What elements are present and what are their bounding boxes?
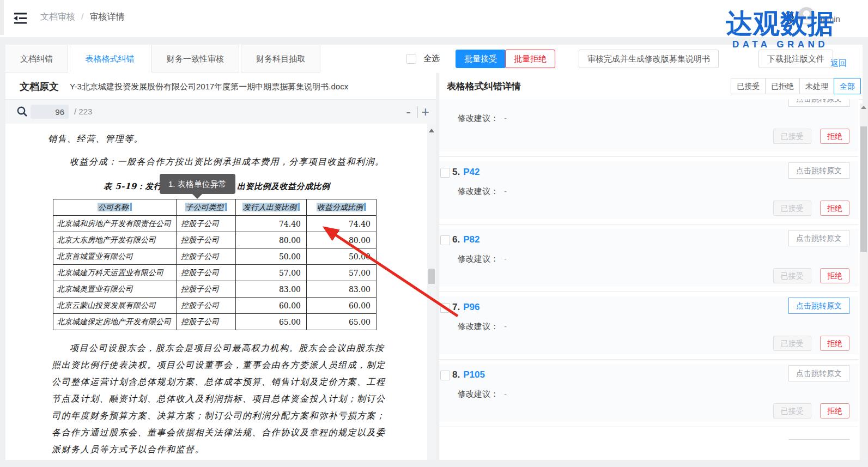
item-page-link[interactable]: P96 [463,302,479,312]
page-number-input[interactable] [31,105,69,119]
tab-doc-correction[interactable]: 文档纠错 [5,45,68,72]
doc-table-header-row: 公司名称 子公司类型 发行人出资比例 收益分成比例 [53,199,377,216]
jump-to-source-button-active[interactable]: 点击跳转原文 [788,298,849,314]
doc-table-row: 北京云蒙山投资发展有限公司 控股子公司 60.00 60.00 [53,298,377,314]
reject-button[interactable]: 拒绝 [820,336,849,351]
filter-all[interactable]: 全部 [834,78,861,94]
tab-finance-consistency[interactable]: 财务一致性审核 [151,45,239,72]
document-panel: 文档原文 Y-3北京城建投资发展股份有限公司2017年度第一期中期票据募集说明书… [5,73,436,460]
item-title: 6.P82 [452,234,479,245]
finish-generate-button[interactable]: 审核完成并生成修改版募集说明书 [579,50,719,68]
item-checkbox[interactable] [440,235,450,245]
item-separator [439,151,858,161]
sidebar-collapse-icon[interactable] [13,11,28,25]
magnifier-icon[interactable] [16,106,28,117]
doc-table-row: 北京大东房地产开发有限公司 控股子公司 80.00 80.00 [53,232,377,248]
batch-reject-button[interactable]: 批量拒绝 [505,50,555,68]
review-panel-title: 表格格式纠错详情 [447,80,521,93]
item-title: 7.P96 [452,302,479,313]
filter-unprocessed[interactable]: 未处理 [799,78,834,94]
suggestion-row: 修改建议：- [458,389,507,399]
doc-table-row: 北京首城置业有限公司 控股子公司 50.00 50.00 [53,248,377,265]
item-separator [439,287,858,296]
item-page-link[interactable]: P42 [463,167,479,177]
doc-table: 公司名称 子公司类型 发行人出资比例 收益分成比例 北京城和房地产开发有限责任公… [53,199,377,330]
doc-table-header: 子公司类型 [177,199,236,216]
doc-table-row: 北京城建保定房地产开发有限公司 控股子公司 65.00 65.00 [53,314,377,330]
item-actions: 已接受 拒绝 [773,336,849,351]
app-screen: 文档审核/审核详情 admin 达观数据 DATA GRAND 文档纠错 表格格… [0,0,868,467]
item-checkbox[interactable] [440,168,450,178]
issue-list: 点击跳转原文 修改建议：- 已接受 拒绝 5.P42 点击跳转原文 修改建议：-… [439,99,858,460]
doc-paragraph-1: 销售、经营、管理等。 [48,134,143,145]
item-actions: 已接受 拒绝 [773,268,849,283]
suggestion-row: 修改建议：- [458,186,507,197]
zoom-out-button[interactable]: - [406,100,411,124]
table-caption-right: 出资比例及收益分成比例 [237,181,330,192]
suggestion-row: 修改建议：- [458,322,507,332]
item-page-link[interactable]: P82 [463,234,479,245]
document-panel-header: 文档原文 Y-3北京城建投资发展股份有限公司2017年度第一期中期票据募集说明书… [5,73,436,99]
document-scrollbar[interactable] [427,124,436,460]
filter-rejected[interactable]: 已拒绝 [765,78,800,94]
accepted-button[interactable]: 已接受 [773,268,811,283]
filter-accepted[interactable]: 已接受 [731,78,766,94]
item-checkbox[interactable] [440,371,450,380]
doc-table-row: 北京城建万科天运置业有限公司 控股子公司 57.00 57.00 [53,265,377,281]
item-title: 8.P105 [452,369,485,380]
breadcrumb-doc-review[interactable]: 文档审核 [40,12,75,21]
reject-button[interactable]: 拒绝 [820,129,849,144]
accepted-button[interactable]: 已接受 [773,201,811,216]
issue-item-p105: 8.P105 点击跳转原文 修改建议：- 已接受 拒绝 [439,364,858,422]
text-cursor-bar [364,203,366,211]
page-scrollbar-thumb[interactable] [860,126,867,252]
item-actions: 已接受 拒绝 [773,201,849,216]
accepted-button[interactable]: 已接受 [773,403,811,419]
tab-finance-subject-extract[interactable]: 财务科目抽取 [241,45,320,72]
jump-to-source-button[interactable]: 点击跳转原文 [788,99,849,107]
tab-table-format-correction[interactable]: 表格格式纠错 [70,45,149,72]
table-anomaly-tooltip: 1. 表格单位异常 [160,174,235,194]
issue-item-partial: 点击跳转原文 修改建议：- 已接受 拒绝 [439,99,858,151]
doc-paragraph-3-line: 公司整体运营计划含总体规划方案、总体成本预算、销售计划及定价方案、工程 [52,377,386,388]
content-card: 文档纠错 表格格式纠错 财务一致性审核 财务科目抽取 全选 批量接受 批量拒绝 … [5,45,863,460]
select-all-checkbox[interactable] [406,54,416,64]
item-actions: 已接受 拒绝 [773,129,849,144]
accepted-button[interactable]: 已接受 [773,129,811,144]
batch-accept-button[interactable]: 批量接受 [456,50,506,68]
select-all-label: 全选 [423,53,440,64]
doc-paragraph-3-line: 照出资比例行使表决权。项目公司设董事会，董事会由各方委派人员组成，制定 [52,360,386,371]
back-link[interactable]: 返回 [830,54,847,72]
scroll-up-arrow-icon[interactable] [429,129,434,132]
document-scrollbar-thumb[interactable] [428,269,435,284]
document-filename: Y-3北京城建投资发展股份有限公司2017年度第一期中期票据募集说明书.docx [70,82,348,92]
item-separator [439,354,858,364]
item-separator [439,422,858,432]
item-page-link[interactable]: P105 [463,369,485,380]
page-scrollbar[interactable] [860,104,867,460]
breadcrumb: 文档审核/审核详情 [40,11,124,23]
zoom-in-button[interactable]: + [421,100,429,124]
issue-item-p42: 5.P42 点击跳转原文 修改建议：- 已接受 拒绝 [439,161,858,219]
tabs-bar: 文档纠错 表格格式纠错 财务一致性审核 财务科目抽取 全选 批量接受 批量拒绝 … [5,45,863,74]
jump-to-source-button[interactable]: 点击跳转原文 [788,162,849,179]
status-filter-group: 已接受 已拒绝 未处理 全部 [731,78,861,94]
select-all-control[interactable]: 全选 [406,53,440,64]
scroll-up-arrow-icon[interactable] [861,106,866,109]
accepted-button[interactable]: 已接受 [773,336,811,351]
reject-button[interactable]: 拒绝 [820,201,849,216]
jump-to-source-button[interactable]: 点击跳转原文 [788,230,849,246]
reject-button[interactable]: 拒绝 [820,403,849,419]
next-item-sliver [439,432,858,453]
reject-button[interactable]: 拒绝 [820,268,849,283]
item-checkbox[interactable] [440,303,450,313]
download-annotated-button[interactable]: 下载批注版文件 [758,50,833,68]
item-title: 5.P42 [452,167,479,178]
notification-bell-icon[interactable] [783,11,795,25]
jump-to-source-button[interactable]: 点击跳转原文 [788,365,849,381]
suggestion-row: 修改建议：- [458,254,507,264]
user-avatar[interactable] [798,7,815,25]
doc-paragraph-2: 收益分成：一般各合作方按出资比例承担成本费用，分享项目收益和利润。 [70,156,385,168]
next-item-button-edge [788,439,849,440]
doc-paragraph-3-line: 节点及计划、融资计划、总体收入及利润指标、项目总体资金投入计划；制订公 [52,393,386,405]
